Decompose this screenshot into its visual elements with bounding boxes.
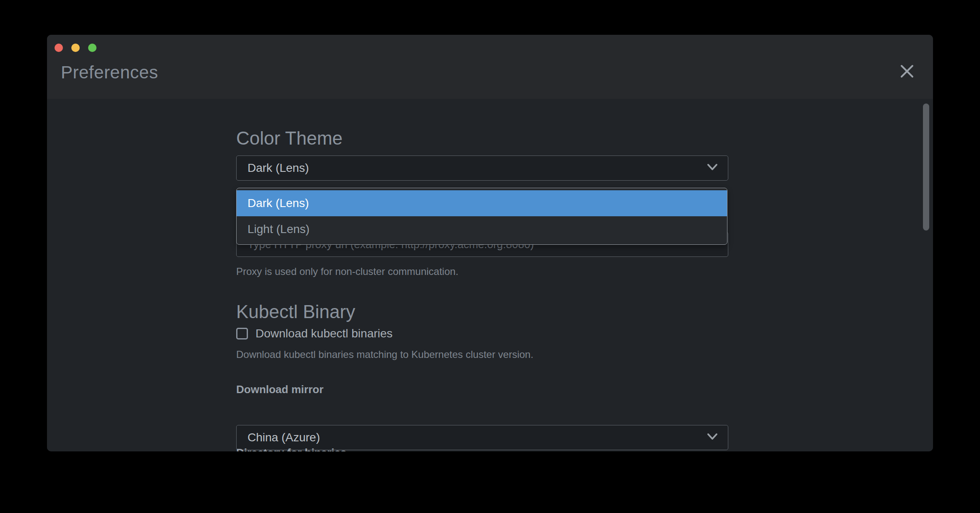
scrollbar-thumb[interactable] xyxy=(923,104,929,231)
dropdown-option-dark[interactable]: Dark (Lens) xyxy=(237,190,727,216)
close-icon xyxy=(899,63,915,80)
traffic-lights xyxy=(55,44,96,52)
download-kubectl-checkbox-row[interactable]: Download kubectl binaries xyxy=(236,327,728,340)
chevron-down-icon xyxy=(706,163,719,174)
page-title: Preferences xyxy=(61,62,158,83)
download-kubectl-hint: Download kubectl binaries matching to Ku… xyxy=(236,349,728,360)
directory-binaries-label: Directory for binaries xyxy=(236,446,728,451)
download-mirror-select-value: China (Azure) xyxy=(248,431,320,444)
preferences-content: Color Theme Dark (Lens) Type HTTP proxy … xyxy=(47,99,933,451)
dropdown-option-light[interactable]: Light (Lens) xyxy=(237,216,727,242)
color-theme-select-value: Dark (Lens) xyxy=(248,161,309,175)
color-theme-dropdown: Dark (Lens) Light (Lens) xyxy=(236,188,727,245)
http-proxy-hint: Proxy is used only for non-cluster commu… xyxy=(236,266,728,277)
color-theme-select[interactable]: Dark (Lens) xyxy=(236,155,728,181)
color-theme-heading: Color Theme xyxy=(236,128,728,149)
close-button[interactable] xyxy=(896,61,918,83)
titlebar: Preferences xyxy=(47,35,933,99)
dropdown-option-label: Dark (Lens) xyxy=(248,197,309,210)
download-mirror-label: Download mirror xyxy=(236,383,728,396)
preferences-window: Preferences Color Theme Dark (Lens) Type… xyxy=(47,35,933,451)
kubectl-heading: Kubectl Binary xyxy=(236,301,728,322)
download-kubectl-label: Download kubectl binaries xyxy=(255,327,393,340)
chevron-down-icon xyxy=(706,432,719,443)
close-traffic-button[interactable] xyxy=(55,44,63,52)
zoom-traffic-button[interactable] xyxy=(88,44,96,52)
minimize-traffic-button[interactable] xyxy=(71,44,80,52)
checkbox-unchecked-icon[interactable] xyxy=(236,328,248,339)
dropdown-option-label: Light (Lens) xyxy=(248,223,310,236)
